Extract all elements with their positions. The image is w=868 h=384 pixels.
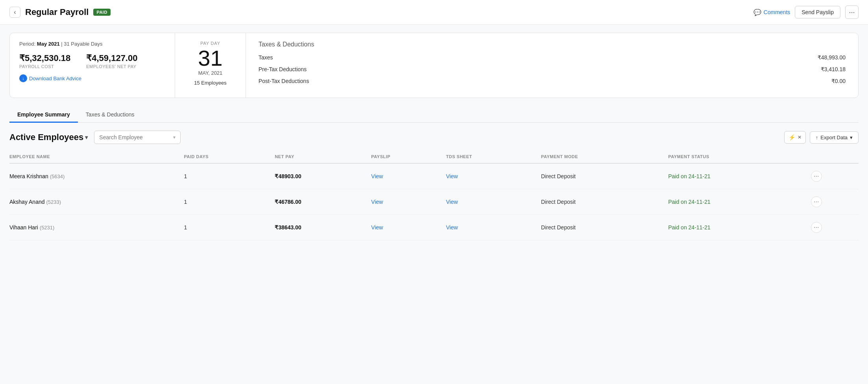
col-actions	[808, 150, 859, 163]
col-net-pay: NET PAY	[271, 150, 368, 163]
cell-net-pay: ₹48903.00	[271, 163, 368, 189]
payday-month: MAY, 2021	[185, 70, 236, 76]
payday-card: PAY DAY 31 MAY, 2021 15 Employees	[175, 33, 246, 98]
payslip-view-link[interactable]: View	[371, 224, 383, 231]
main-content: Period: May 2021 | 31 Payable Days ₹5,32…	[0, 25, 868, 248]
tds-view-link[interactable]: View	[446, 224, 458, 231]
tab-employee-summary[interactable]: Employee Summary	[9, 107, 78, 123]
pretax-row: Pre-Tax Deductions ₹3,410.18	[259, 66, 846, 72]
card-amounts: ₹5,32,530.18 PAYROLL COST ₹4,59,127.00 E…	[19, 53, 165, 69]
page-title: Regular Payroll	[25, 7, 89, 17]
cell-employee-name: Meera Krishnan (5634)	[9, 163, 181, 189]
cell-row-actions[interactable]: ···	[808, 215, 859, 240]
filter-close-icon[interactable]: ✕	[798, 135, 802, 140]
col-paid-days: PAID DAYS	[181, 150, 272, 163]
net-pay-label: EMPLOYEES' NET PAY	[86, 64, 137, 69]
employee-table: EMPLOYEE NAME PAID DAYS NET PAY PAYSLIP …	[9, 150, 859, 240]
cell-tds-sheet[interactable]: View	[443, 189, 538, 215]
cell-employee-name: Vihaan Hari (5231)	[9, 215, 181, 240]
table-header-row: EMPLOYEE NAME PAID DAYS NET PAY PAYSLIP …	[9, 150, 859, 163]
summary-cards: Period: May 2021 | 31 Payable Days ₹5,32…	[9, 33, 859, 98]
cell-tds-sheet[interactable]: View	[443, 163, 538, 189]
comments-button[interactable]: 💬 Comments	[753, 9, 790, 16]
table-row: Meera Krishnan (5634) 1 ₹48903.00 View V…	[9, 163, 859, 189]
table-row: Akshay Anand (5233) 1 ₹46786.00 View Vie…	[9, 189, 859, 215]
page-header: ‹ Regular Payroll PAID 💬 Comments Send P…	[0, 0, 868, 25]
col-payment-mode: PAYMENT MODE	[538, 150, 665, 163]
col-employee-name: EMPLOYEE NAME	[9, 150, 181, 163]
cell-employee-name: Akshay Anand (5233)	[9, 189, 181, 215]
row-more-button[interactable]: ···	[811, 222, 822, 233]
right-controls: ⚡ ✕ ↑ Export Data ▾	[784, 131, 859, 144]
download-icon: ↓	[19, 74, 27, 82]
export-dropdown-arrow: ▾	[850, 135, 853, 140]
cell-row-actions[interactable]: ···	[808, 163, 859, 189]
payroll-cost-label: PAYROLL COST	[19, 64, 70, 69]
download-bank-advice-link[interactable]: ↓ Download Bank Advice	[19, 74, 165, 82]
col-payment-status: PAYMENT STATUS	[665, 150, 808, 163]
tds-view-link[interactable]: View	[446, 199, 458, 205]
payroll-cost-block: ₹5,32,530.18 PAYROLL COST	[19, 53, 70, 69]
send-payslip-button[interactable]: Send Payslip	[795, 6, 840, 18]
tabs-section: Employee Summary Taxes & Deductions	[9, 107, 859, 123]
taxes-card-title: Taxes & Deductions	[259, 41, 846, 48]
payday-employees: 15 Employees	[185, 80, 236, 86]
period-info: Period: May 2021 | 31 Payable Days	[19, 41, 165, 47]
cell-payment-mode: Direct Deposit	[538, 163, 665, 189]
cell-payment-status: Paid on 24-11-21	[665, 215, 808, 240]
col-payslip: PAYSLIP	[368, 150, 443, 163]
cell-net-pay: ₹46786.00	[271, 189, 368, 215]
pretax-value: ₹3,410.18	[821, 66, 846, 72]
active-employees-title[interactable]: Active Employees ▾	[9, 132, 88, 142]
posttax-value: ₹0.00	[831, 78, 846, 84]
more-options-button[interactable]: ···	[845, 6, 859, 19]
cell-payment-status: Paid on 24-11-21	[665, 163, 808, 189]
cell-payslip[interactable]: View	[368, 189, 443, 215]
cell-payment-mode: Direct Deposit	[538, 215, 665, 240]
paid-badge: PAID	[93, 9, 110, 16]
employee-section-header: Active Employees ▾ ▾ ⚡ ✕ ↑ Export Data ▾	[9, 131, 859, 144]
export-icon: ↑	[816, 135, 818, 140]
header-right: 💬 Comments Send Payslip ···	[753, 6, 859, 19]
net-pay-block: ₹4,59,127.00 EMPLOYEES' NET PAY	[86, 53, 137, 69]
net-pay-value: ₹4,59,127.00	[86, 53, 137, 63]
cell-payment-mode: Direct Deposit	[538, 189, 665, 215]
payday-number: 31	[185, 47, 236, 69]
payday-label: PAY DAY	[185, 41, 236, 46]
taxes-row: Taxes ₹48,993.00	[259, 54, 846, 61]
active-employees-dropdown-arrow: ▾	[85, 134, 88, 140]
taxes-card: Taxes & Deductions Taxes ₹48,993.00 Pre-…	[246, 33, 858, 98]
pretax-label: Pre-Tax Deductions	[259, 66, 307, 72]
export-data-button[interactable]: ↑ Export Data ▾	[810, 131, 859, 144]
col-tds-sheet: TDS SHEET	[443, 150, 538, 163]
filter-icon: ⚡	[789, 134, 795, 140]
comment-icon: 💬	[753, 9, 761, 16]
cell-payslip[interactable]: View	[368, 215, 443, 240]
cell-payslip[interactable]: View	[368, 163, 443, 189]
search-chevron-icon: ▾	[173, 135, 175, 140]
cell-paid-days: 1	[181, 215, 272, 240]
row-more-button[interactable]: ···	[811, 196, 822, 207]
payroll-cost-value: ₹5,32,530.18	[19, 53, 70, 63]
cell-tds-sheet[interactable]: View	[443, 215, 538, 240]
payslip-view-link[interactable]: View	[371, 173, 383, 179]
search-employee-input[interactable]	[99, 134, 170, 140]
filter-button[interactable]: ⚡ ✕	[784, 131, 806, 144]
back-button[interactable]: ‹	[9, 7, 20, 18]
taxes-label: Taxes	[259, 54, 273, 61]
header-left: ‹ Regular Payroll PAID	[9, 7, 111, 18]
tds-view-link[interactable]: View	[446, 173, 458, 179]
cell-net-pay: ₹38643.00	[271, 215, 368, 240]
payslip-view-link[interactable]: View	[371, 199, 383, 205]
cell-paid-days: 1	[181, 163, 272, 189]
posttax-label: Post-Tax Deductions	[259, 78, 309, 84]
cell-paid-days: 1	[181, 189, 272, 215]
posttax-row: Post-Tax Deductions ₹0.00	[259, 78, 846, 84]
tab-taxes-deductions[interactable]: Taxes & Deductions	[78, 107, 142, 123]
cell-payment-status: Paid on 24-11-21	[665, 189, 808, 215]
search-employee-dropdown[interactable]: ▾	[94, 131, 181, 144]
cell-row-actions[interactable]: ···	[808, 189, 859, 215]
taxes-value: ₹48,993.00	[818, 54, 846, 61]
row-more-button[interactable]: ···	[811, 171, 822, 182]
payroll-card: Period: May 2021 | 31 Payable Days ₹5,32…	[10, 33, 175, 98]
